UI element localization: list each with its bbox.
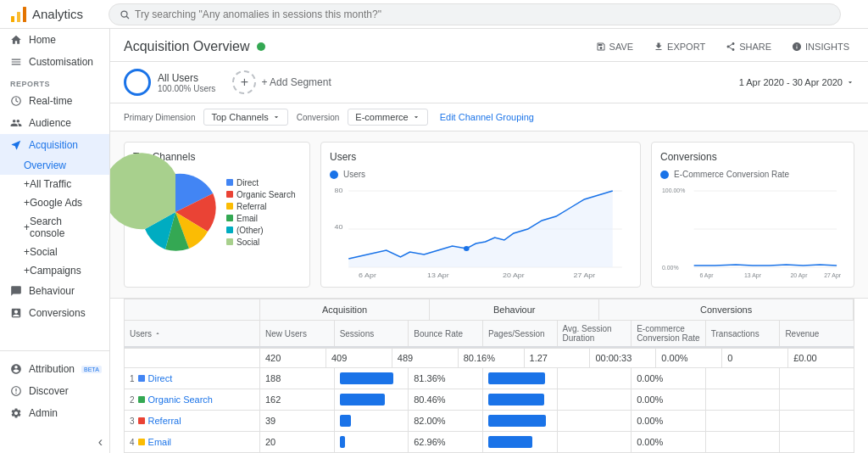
legend-dot-email xyxy=(226,215,233,221)
row-users-bar-2 xyxy=(335,411,409,431)
sidebar-item-behaviour[interactable]: Behaviour xyxy=(0,280,109,302)
app-title: Analytics xyxy=(32,7,83,21)
pie-legend: Direct Organic Search Referral Emai xyxy=(226,178,295,247)
add-segment-button[interactable]: + + Add Segment xyxy=(232,70,331,94)
search-bar[interactable] xyxy=(108,3,841,25)
row-conv-2: 0.00% xyxy=(632,411,706,431)
conversions-section-header: Conversions xyxy=(599,299,854,320)
svg-rect-1 xyxy=(17,12,20,22)
sidebar-sub-social[interactable]: + Social xyxy=(0,243,109,261)
date-range-picker[interactable]: 1 Apr 2020 - 30 Apr 2020 xyxy=(739,77,854,87)
totals-duration: 00:00:33 xyxy=(590,349,656,367)
col-header-revenue: Revenue xyxy=(780,321,854,346)
users-bar-fill-2 xyxy=(340,415,351,427)
row-users-0: 188 xyxy=(260,368,335,389)
save-icon xyxy=(596,42,606,52)
svg-text:13 Apr: 13 Apr xyxy=(427,271,449,278)
primary-dimension-select[interactable]: Top Channels xyxy=(203,109,287,126)
row-users-1: 162 xyxy=(260,389,335,410)
row-bounce-bar-1 xyxy=(483,389,558,410)
edit-channel-grouping-link[interactable]: Edit Channel Grouping xyxy=(440,112,534,122)
svg-text:27 Apr: 27 Apr xyxy=(824,272,842,279)
channel-link-1[interactable]: Organic Search xyxy=(148,394,213,405)
row-users-2: 39 xyxy=(260,411,335,431)
row-bounce-0: 81.36% xyxy=(409,368,483,389)
behaviour-section-header: Behaviour xyxy=(430,299,599,320)
row-transactions-2 xyxy=(706,411,781,431)
sidebar-item-audience[interactable]: Audience xyxy=(0,112,109,134)
totals-label xyxy=(125,349,260,367)
clock-icon xyxy=(10,95,22,107)
row-duration-2 xyxy=(558,411,632,431)
svg-text:6 Apr: 6 Apr xyxy=(699,272,714,279)
row-revenue-3 xyxy=(780,432,854,452)
row-bounce-1: 80.46% xyxy=(409,389,483,410)
legend-dot-social xyxy=(226,238,233,245)
conversion-select[interactable]: E-commerce xyxy=(348,109,427,126)
legend-referral: Referral xyxy=(226,202,295,211)
channel-link-3[interactable]: Email xyxy=(148,437,172,447)
table-row: 3 Referral 39 82.00% 0.00% xyxy=(124,410,854,431)
logo-area: Analytics xyxy=(10,6,83,23)
main-layout: Home Customisation REPORTS Real-time Aud… xyxy=(0,29,868,453)
col-header-duration: Avg. Session Duration xyxy=(558,321,632,346)
col-header-sessions: Sessions xyxy=(335,321,409,346)
header-left: Acquisition Overview xyxy=(124,39,265,54)
content-header: Acquisition Overview SAVE EXPORT SHARE xyxy=(110,29,868,62)
all-users-segment[interactable]: All Users 100.00% Users xyxy=(124,69,215,96)
channel-link-2[interactable]: Referral xyxy=(148,416,181,426)
users-bar-fill-1 xyxy=(340,394,386,405)
conv-chart-card: Conversions E-Commerce Conversion Rate 1… xyxy=(651,142,854,288)
sidebar-collapse-button[interactable]: ‹ xyxy=(0,431,109,453)
reports-section-label: REPORTS xyxy=(0,73,109,90)
analytics-logo-icon xyxy=(10,6,27,23)
col-header-bounce: Bounce Rate xyxy=(409,321,483,346)
admin-icon xyxy=(10,407,22,419)
export-button[interactable]: EXPORT xyxy=(648,39,710,54)
users-bar-fill-0 xyxy=(340,372,393,384)
row-conv-3: 0.00% xyxy=(632,432,706,452)
svg-rect-2 xyxy=(23,7,26,22)
sidebar-item-discover[interactable]: Discover xyxy=(0,380,109,402)
sidebar: Home Customisation REPORTS Real-time Aud… xyxy=(0,29,110,453)
chevron-down-icon xyxy=(846,78,854,87)
bounce-bar-fill-0 xyxy=(488,372,545,384)
insights-button[interactable]: INSIGHTS xyxy=(787,39,854,54)
segment-bar: All Users 100.00% Users + + Add Segment … xyxy=(110,62,868,103)
sidebar-item-attribution[interactable]: Attribution BETA xyxy=(0,358,109,380)
sidebar-item-realtime[interactable]: Real-time xyxy=(0,90,109,112)
search-input[interactable] xyxy=(135,8,830,20)
sidebar-item-acquisition[interactable]: Acquisition xyxy=(0,134,109,156)
add-circle-icon: + xyxy=(232,70,256,94)
legend-email: Email xyxy=(226,214,295,223)
sidebar-sub-google-ads[interactable]: + Google Ads xyxy=(0,193,109,212)
row-transactions-1 xyxy=(706,389,781,410)
sidebar-item-customisation[interactable]: Customisation xyxy=(0,51,109,73)
row-channel-1: 2 Organic Search xyxy=(125,389,260,410)
totals-ecomm: 0.00% xyxy=(656,349,722,367)
channel-link-0[interactable]: Direct xyxy=(148,373,173,383)
legend-organic: Organic Search xyxy=(226,190,295,199)
customisation-icon xyxy=(10,56,22,68)
svg-line-4 xyxy=(126,16,129,19)
legend-dot-referral xyxy=(226,203,233,210)
totals-transactions: 0 xyxy=(722,349,788,367)
sidebar-item-home[interactable]: Home xyxy=(0,29,109,51)
sidebar-item-admin[interactable]: Admin xyxy=(0,402,109,424)
save-button[interactable]: SAVE xyxy=(591,39,639,54)
sidebar-item-conversions[interactable]: Conversions xyxy=(0,302,109,324)
share-button[interactable]: SHARE xyxy=(721,39,776,54)
channel-dot-2 xyxy=(138,417,145,424)
sidebar-sub-all-traffic[interactable]: + All Traffic xyxy=(0,175,109,193)
chevron-down-icon-2 xyxy=(272,113,281,121)
sidebar-sub-search-console[interactable]: + Search console xyxy=(0,212,109,243)
sidebar-sub-overview[interactable]: Overview xyxy=(0,156,109,175)
col-header-channel: Users xyxy=(125,321,260,346)
table-row: 2 Organic Search 162 80.46% 0.00% xyxy=(124,389,854,410)
svg-text:27 Apr: 27 Apr xyxy=(574,271,596,278)
conv-chart-svg: 100.00% 0.00% 6 Apr 13 Apr 20 Apr 27 Apr xyxy=(660,182,845,276)
table-section-headers: Acquisition Behaviour Conversions xyxy=(124,299,854,320)
row-users-bar-3 xyxy=(335,432,409,452)
svg-text:20 Apr: 20 Apr xyxy=(503,271,525,278)
sidebar-sub-campaigns[interactable]: + Campaigns xyxy=(0,261,109,280)
